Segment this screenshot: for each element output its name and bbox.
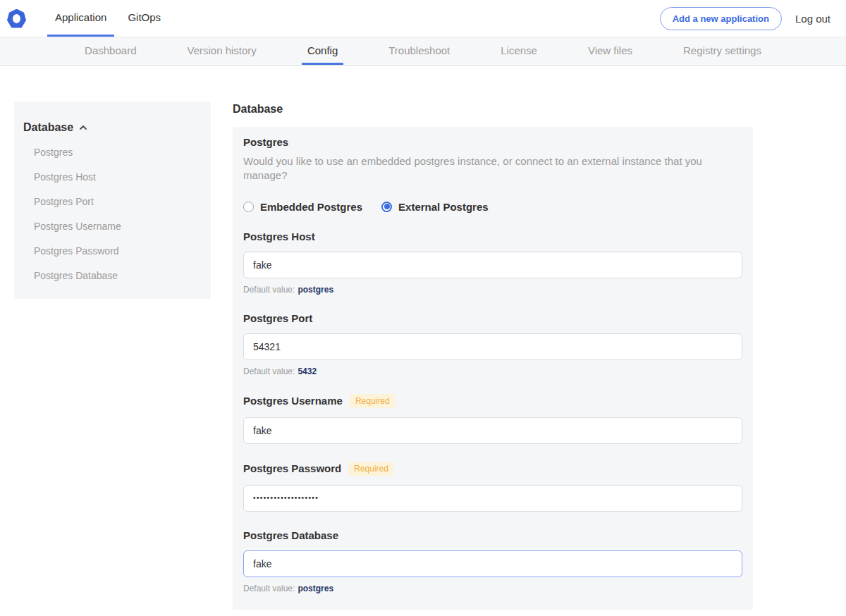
postgres-username-label: Postgres Username [243, 395, 343, 407]
postgres-port-input[interactable] [243, 333, 742, 360]
kots-logo-icon[interactable] [7, 9, 26, 28]
radio-external-label: External Postgres [398, 201, 489, 213]
sidebar-group-database[interactable]: Database [14, 121, 211, 134]
postgres-password-label: Postgres Password [243, 462, 341, 474]
postgres-port-default-hint: Default value:5432 [243, 366, 742, 376]
app-subnav: Dashboard Version history Config Trouble… [0, 37, 846, 66]
sidebar-item-postgres-port[interactable]: Postgres Port [14, 196, 211, 208]
subnav-tab-license[interactable]: License [495, 37, 543, 65]
radio-external-postgres[interactable]: External Postgres [381, 201, 489, 213]
postgres-database-label: Postgres Database [243, 529, 338, 541]
field-postgres-username: Postgres Username Required [243, 394, 742, 444]
sidebar-item-postgres-host[interactable]: Postgres Host [14, 171, 211, 183]
field-postgres-database: Postgres Database Default value:postgres [243, 529, 742, 593]
field-postgres-port: Postgres Port Default value:5432 [243, 312, 742, 376]
radio-embedded-postgres[interactable]: Embedded Postgres [243, 201, 362, 213]
tab-application[interactable]: Application [47, 0, 114, 37]
field-postgres-password: Postgres Password Required [243, 462, 742, 512]
postgres-password-input[interactable] [243, 485, 742, 512]
subnav-tab-troubleshoot[interactable]: Troubleshoot [383, 37, 455, 65]
config-sidebar: Database Postgres Postgres Host Postgres… [14, 101, 211, 299]
postgres-database-input[interactable] [243, 550, 742, 577]
radio-embedded-label: Embedded Postgres [260, 201, 362, 213]
sidebar-group-label: Database [23, 121, 73, 134]
sidebar-item-postgres[interactable]: Postgres [14, 147, 211, 159]
postgres-group-label: Postgres [243, 136, 742, 148]
tab-gitops[interactable]: GitOps [120, 0, 168, 37]
postgres-host-label: Postgres Host [243, 230, 315, 242]
topbar-actions: Add a new application Log out [660, 0, 846, 37]
config-page: Database Postgres Postgres Host Postgres… [0, 66, 846, 616]
postgres-host-input[interactable] [243, 252, 742, 278]
radio-checked-icon [381, 202, 392, 212]
field-postgres-host: Postgres Host Default value:postgres [243, 230, 742, 295]
subnav-tab-config[interactable]: Config [302, 37, 343, 65]
subnav-tab-version-history[interactable]: Version history [181, 37, 262, 65]
database-config-panel: Postgres Would you like to use an embedd… [233, 127, 753, 610]
postgres-port-label: Postgres Port [243, 312, 312, 324]
sidebar-item-postgres-password[interactable]: Postgres Password [14, 245, 211, 257]
kots-logo-shape [7, 9, 26, 28]
logout-link[interactable]: Log out [795, 13, 830, 25]
postgres-host-default-hint: Default value:postgres [243, 285, 742, 295]
required-badge: Required [350, 394, 396, 408]
subnav-tab-registry-settings[interactable]: Registry settings [678, 37, 767, 65]
subnav-tab-view-files[interactable]: View files [582, 37, 638, 65]
sidebar-item-postgres-username[interactable]: Postgres Username [14, 221, 211, 233]
page-title: Database [233, 103, 753, 116]
postgres-database-default-hint: Default value:postgres [243, 584, 742, 593]
postgres-username-input[interactable] [243, 417, 742, 444]
postgres-mode-radio-group: Embedded Postgres External Postgres [243, 201, 742, 213]
sidebar-item-postgres-database[interactable]: Postgres Database [14, 270, 211, 282]
subnav-tab-dashboard[interactable]: Dashboard [79, 37, 142, 65]
config-main: Database Postgres Would you like to use … [233, 101, 753, 616]
top-navbar: Application GitOps Add a new application… [0, 0, 846, 37]
add-new-application-button[interactable]: Add a new application [660, 7, 782, 30]
app-tabs: Application GitOps [47, 0, 168, 37]
radio-unchecked-icon [243, 202, 254, 212]
postgres-help-text: Would you like to use an embedded postgr… [243, 154, 742, 183]
required-badge: Required [348, 462, 394, 476]
chevron-up-icon [79, 125, 87, 130]
